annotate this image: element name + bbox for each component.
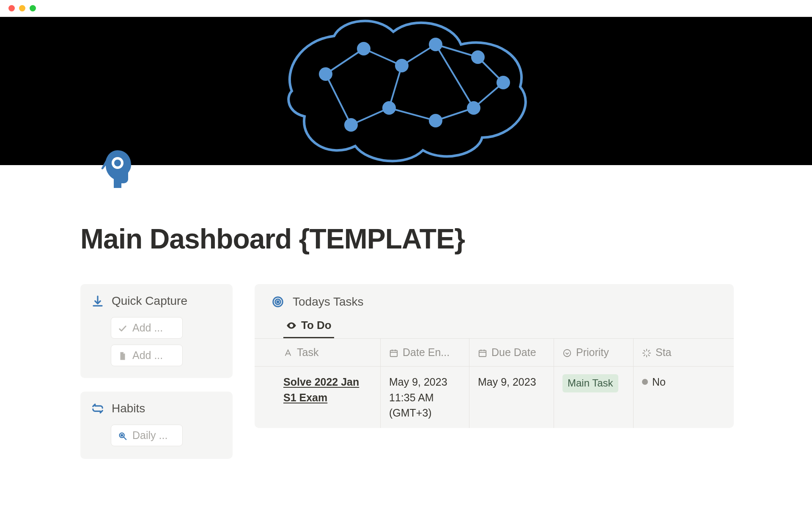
select-icon bbox=[562, 348, 572, 357]
column-priority[interactable]: Priority bbox=[554, 339, 634, 366]
svg-point-13 bbox=[357, 42, 370, 55]
maximize-window-icon[interactable] bbox=[30, 5, 36, 11]
habits-title: Habits bbox=[112, 402, 145, 415]
svg-point-29 bbox=[277, 301, 279, 303]
svg-rect-31 bbox=[390, 350, 398, 356]
cover-image[interactable] bbox=[0, 17, 812, 165]
tab-todo-label: To Do bbox=[301, 319, 332, 332]
svg-line-10 bbox=[326, 74, 351, 125]
column-date-entered[interactable]: Date En... bbox=[381, 339, 469, 366]
svg-point-16 bbox=[471, 50, 485, 64]
tab-todo[interactable]: To Do bbox=[283, 315, 334, 338]
minimize-window-icon[interactable] bbox=[19, 5, 25, 11]
status-icon bbox=[642, 348, 651, 357]
svg-line-7 bbox=[389, 108, 436, 121]
page-head-icon[interactable] bbox=[97, 148, 138, 188]
column-status[interactable]: Sta bbox=[634, 339, 676, 366]
eye-icon bbox=[286, 320, 297, 331]
column-task[interactable]: Task bbox=[275, 339, 381, 366]
column-due-date[interactable]: Due Date bbox=[469, 339, 554, 366]
svg-point-19 bbox=[344, 118, 358, 132]
svg-point-14 bbox=[395, 59, 409, 72]
quick-capture-title: Quick Capture bbox=[112, 294, 187, 308]
svg-line-43 bbox=[648, 355, 650, 356]
task-name[interactable]: Solve 2022 Jan S1 Exam bbox=[283, 376, 359, 403]
todays-tasks-panel: Todays Tasks To Do bbox=[255, 284, 734, 428]
column-date-entered-label: Date En... bbox=[403, 346, 450, 359]
cell-due-date: May 9, 2023 bbox=[469, 367, 554, 428]
svg-point-21 bbox=[467, 101, 480, 115]
svg-point-17 bbox=[497, 76, 510, 89]
svg-line-46 bbox=[644, 355, 645, 356]
svg-line-0 bbox=[326, 49, 364, 74]
brain-network-icon bbox=[266, 2, 546, 180]
add-task-label: Add ... bbox=[132, 322, 163, 334]
svg-point-26 bbox=[121, 434, 123, 436]
todays-tasks-title: Todays Tasks bbox=[293, 295, 364, 309]
daily-view-button[interactable]: Daily ... bbox=[111, 425, 183, 446]
svg-rect-35 bbox=[479, 350, 486, 356]
svg-point-12 bbox=[319, 67, 332, 81]
add-note-button[interactable]: Add ... bbox=[111, 345, 183, 366]
add-task-button[interactable]: Add ... bbox=[111, 317, 183, 339]
repeat-icon bbox=[91, 402, 104, 415]
close-window-icon[interactable] bbox=[8, 5, 15, 11]
cell-status: No bbox=[652, 374, 666, 389]
target-icon bbox=[272, 295, 284, 308]
column-status-label: Sta bbox=[656, 346, 672, 359]
check-icon bbox=[118, 323, 127, 333]
svg-line-47 bbox=[648, 350, 650, 351]
priority-pill: Main Task bbox=[562, 374, 618, 392]
magnify-icon bbox=[118, 431, 127, 440]
svg-line-42 bbox=[644, 350, 645, 351]
calendar-icon bbox=[478, 348, 487, 357]
text-icon bbox=[283, 348, 293, 357]
column-priority-label: Priority bbox=[576, 346, 609, 359]
daily-view-label: Daily ... bbox=[132, 429, 167, 442]
status-dot-icon bbox=[642, 379, 648, 385]
svg-point-30 bbox=[291, 325, 292, 326]
page-title[interactable]: Main Dashboard {TEMPLATE} bbox=[80, 224, 734, 254]
document-icon bbox=[118, 351, 127, 360]
column-task-label: Task bbox=[297, 346, 318, 359]
svg-point-23 bbox=[114, 160, 121, 166]
svg-point-15 bbox=[429, 38, 442, 51]
svg-line-25 bbox=[124, 437, 126, 440]
calendar-icon bbox=[389, 348, 398, 357]
cell-date-entered: May 9, 2023 11:35 AM (GMT+3) bbox=[381, 367, 469, 428]
habits-block: Habits Daily ... bbox=[80, 392, 233, 459]
add-note-label: Add ... bbox=[132, 349, 163, 362]
svg-point-39 bbox=[564, 350, 571, 357]
column-due-date-label: Due Date bbox=[491, 346, 536, 359]
svg-point-18 bbox=[382, 101, 396, 115]
table-header: Task Date En... Due Date bbox=[255, 339, 734, 366]
quick-capture-block: Quick Capture Add ... Add ... bbox=[80, 284, 233, 378]
table-row[interactable]: Solve 2022 Jan S1 Exam May 9, 2023 11:35… bbox=[255, 366, 734, 428]
svg-point-20 bbox=[429, 114, 442, 127]
download-icon bbox=[91, 295, 104, 307]
